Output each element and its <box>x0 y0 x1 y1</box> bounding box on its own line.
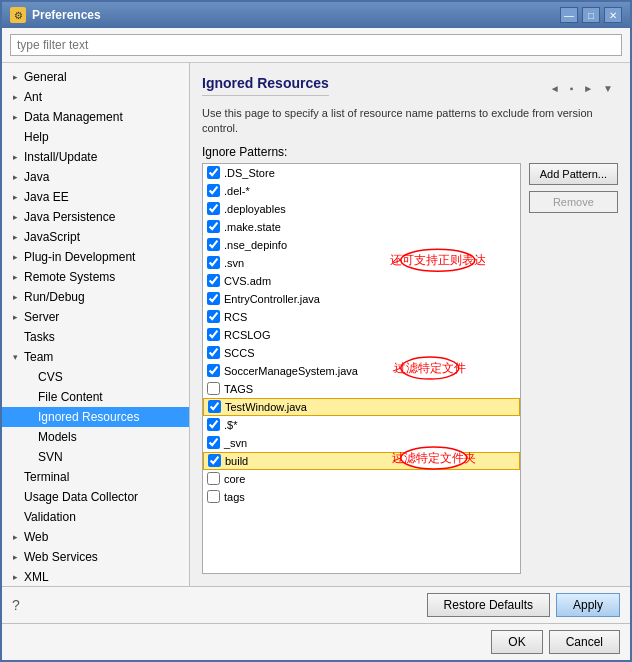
pattern-label: tags <box>224 491 245 503</box>
sidebar-item-server[interactable]: ▸Server <box>2 307 189 327</box>
sidebar: ▸General▸Ant▸Data ManagementHelp▸Install… <box>2 63 190 586</box>
pattern-checkbox[interactable] <box>207 238 220 251</box>
expand-icon: ▸ <box>8 110 22 124</box>
pattern-label: _svn <box>224 437 247 449</box>
sidebar-item-ignored-resources[interactable]: Ignored Resources <box>2 407 189 427</box>
restore-defaults-button[interactable]: Restore Defaults <box>427 593 550 617</box>
pattern-checkbox[interactable] <box>207 292 220 305</box>
pattern-checkbox[interactable] <box>207 382 220 395</box>
apply-button[interactable]: Apply <box>556 593 620 617</box>
sidebar-item-java[interactable]: ▸Java <box>2 167 189 187</box>
pattern-checkbox[interactable] <box>207 274 220 287</box>
sidebar-item-remote-systems[interactable]: ▸Remote Systems <box>2 267 189 287</box>
filter-bar <box>2 28 630 63</box>
pattern-checkbox[interactable] <box>207 472 220 485</box>
sidebar-item-web-services[interactable]: ▸Web Services <box>2 547 189 567</box>
sidebar-item-help[interactable]: Help <box>2 127 189 147</box>
sidebar-label-usage-data-collector: Usage Data Collector <box>22 489 140 505</box>
pattern-label: SCCS <box>224 347 255 359</box>
sidebar-label-java-ee: Java EE <box>22 189 71 205</box>
pattern-checkbox[interactable] <box>207 490 220 503</box>
add-pattern-button[interactable]: Add Pattern... <box>529 163 618 185</box>
expand-icon: ▸ <box>8 190 22 204</box>
sidebar-label-web: Web <box>22 529 50 545</box>
filter-input[interactable] <box>10 34 622 56</box>
maximize-button[interactable]: □ <box>582 7 600 23</box>
pattern-item: tags <box>203 488 520 506</box>
sidebar-item-file-content[interactable]: File Content <box>2 387 189 407</box>
pattern-checkbox[interactable] <box>207 256 220 269</box>
sidebar-item-java-persistence[interactable]: ▸Java Persistence <box>2 207 189 227</box>
sidebar-item-terminal[interactable]: Terminal <box>2 467 189 487</box>
sidebar-label-models: Models <box>36 429 79 445</box>
sidebar-item-plugin-development[interactable]: ▸Plug-in Development <box>2 247 189 267</box>
expand-icon: ▸ <box>8 70 22 84</box>
sidebar-item-usage-data-collector[interactable]: Usage Data Collector <box>2 487 189 507</box>
pattern-checkbox[interactable] <box>207 328 220 341</box>
sidebar-item-java-ee[interactable]: ▸Java EE <box>2 187 189 207</box>
pattern-checkbox[interactable] <box>207 220 220 233</box>
patterns-list: .DS_Store.del-*.deployables.make.state.n… <box>202 163 521 574</box>
pattern-label: core <box>224 473 245 485</box>
sidebar-item-tasks[interactable]: Tasks <box>2 327 189 347</box>
help-icon[interactable]: ? <box>12 597 20 613</box>
sidebar-item-svn[interactable]: SVN <box>2 447 189 467</box>
pattern-checkbox[interactable] <box>207 310 220 323</box>
pattern-checkbox[interactable] <box>207 418 220 431</box>
title-bar: ⚙ Preferences — □ ✕ <box>2 2 630 28</box>
sidebar-item-run-debug[interactable]: ▸Run/Debug <box>2 287 189 307</box>
pattern-checkbox[interactable] <box>208 454 221 467</box>
sidebar-item-team[interactable]: ▾Team <box>2 347 189 367</box>
pattern-item: .make.state <box>203 218 520 236</box>
window-controls[interactable]: — □ ✕ <box>560 7 622 23</box>
sidebar-item-install-update[interactable]: ▸Install/Update <box>2 147 189 167</box>
pattern-checkbox[interactable] <box>207 184 220 197</box>
sidebar-item-xml[interactable]: ▸XML <box>2 567 189 586</box>
expand-icon: ▸ <box>8 150 22 164</box>
pattern-item: .$* <box>203 416 520 434</box>
sidebar-item-data-management[interactable]: ▸Data Management <box>2 107 189 127</box>
sidebar-label-web-services: Web Services <box>22 549 100 565</box>
remove-button[interactable]: Remove <box>529 191 618 213</box>
sidebar-item-cvs[interactable]: CVS <box>2 367 189 387</box>
menu-arrow[interactable]: ▼ <box>600 82 616 95</box>
pattern-checkbox[interactable] <box>207 166 220 179</box>
pattern-checkbox[interactable] <box>207 346 220 359</box>
sidebar-label-plugin-development: Plug-in Development <box>22 249 137 265</box>
pattern-item: TAGS <box>203 380 520 398</box>
pattern-label: SoccerManageSystem.java <box>224 365 358 377</box>
content-area: ▸General▸Ant▸Data ManagementHelp▸Install… <box>2 63 630 586</box>
pattern-item: build <box>203 452 520 470</box>
pattern-checkbox[interactable] <box>207 364 220 377</box>
pattern-item: SoccerManageSystem.java <box>203 362 520 380</box>
sidebar-item-ant[interactable]: ▸Ant <box>2 87 189 107</box>
minimize-button[interactable]: — <box>560 7 578 23</box>
ok-button[interactable]: OK <box>491 630 542 654</box>
pattern-label: CVS.adm <box>224 275 271 287</box>
back-arrow[interactable]: ◄ <box>547 82 563 95</box>
sidebar-item-models[interactable]: Models <box>2 427 189 447</box>
patterns-panel: .DS_Store.del-*.deployables.make.state.n… <box>202 163 521 574</box>
pattern-checkbox[interactable] <box>207 436 220 449</box>
pattern-label: .make.state <box>224 221 281 233</box>
bottom-buttons: Restore Defaults Apply <box>427 593 620 617</box>
pattern-checkbox[interactable] <box>207 202 220 215</box>
expand-icon: ▸ <box>8 90 22 104</box>
sidebar-item-web[interactable]: ▸Web <box>2 527 189 547</box>
panel-description: Use this page to specify a list of resou… <box>202 106 618 137</box>
expand-icon: ▸ <box>8 250 22 264</box>
sidebar-item-validation[interactable]: Validation <box>2 507 189 527</box>
sidebar-item-general[interactable]: ▸General <box>2 67 189 87</box>
pattern-label: EntryController.java <box>224 293 320 305</box>
pattern-label: RCSLOG <box>224 329 270 341</box>
pattern-label: build <box>225 455 248 467</box>
sidebar-label-install-update: Install/Update <box>22 149 99 165</box>
sidebar-item-javascript[interactable]: ▸JavaScript <box>2 227 189 247</box>
pattern-item: EntryController.java <box>203 290 520 308</box>
cancel-button[interactable]: Cancel <box>549 630 620 654</box>
close-button[interactable]: ✕ <box>604 7 622 23</box>
sidebar-label-terminal: Terminal <box>22 469 71 485</box>
expand-icon: ▸ <box>8 170 22 184</box>
forward-arrow[interactable]: ► <box>580 82 596 95</box>
pattern-checkbox[interactable] <box>208 400 221 413</box>
